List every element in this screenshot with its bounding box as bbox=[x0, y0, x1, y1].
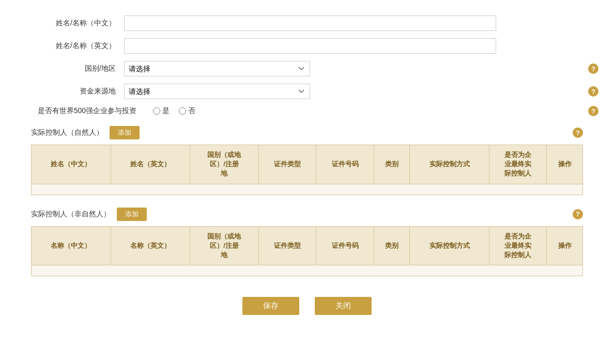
non-natural-person-add-button[interactable]: 添加 bbox=[117, 208, 147, 221]
close-button[interactable]: 关闭 bbox=[315, 297, 372, 315]
np-col-cert-no: 证件号码 bbox=[316, 145, 374, 184]
country-help-icon[interactable]: ? bbox=[588, 64, 598, 74]
nnp-col-name-cn: 名称（中文） bbox=[32, 226, 111, 265]
nnp-col-operation: 操作 bbox=[547, 226, 583, 265]
non-natural-person-table: 名称（中文） 名称（英文） 国别（或地区）/注册地 证件类型 证件号码 类别 实… bbox=[31, 226, 583, 277]
non-natural-person-header: 实际控制人（非自然人） 添加 ? bbox=[31, 208, 583, 221]
fortune500-label: 是否有世界500强企业参与投资 bbox=[31, 106, 145, 116]
country-label: 国别/地区 bbox=[31, 64, 124, 73]
natural-person-empty-row bbox=[32, 184, 583, 195]
natural-person-table: 姓名（中文） 姓名（英文） 国别（或地区）/注册地 证件类型 证件号码 类别 实… bbox=[31, 145, 583, 195]
fund-source-help-icon[interactable]: ? bbox=[588, 86, 598, 97]
fortune500-row: 是否有世界500强企业参与投资 是 否 ? bbox=[31, 106, 583, 116]
non-natural-person-help-icon[interactable]: ? bbox=[573, 209, 583, 219]
natural-person-section: 实际控制人（自然人） 添加 ? 姓名（中文） 姓名（英文） 国别（或地区）/注册… bbox=[31, 126, 583, 195]
name-en-input[interactable] bbox=[124, 38, 496, 54]
nnp-col-country: 国别（或地区）/注册地 bbox=[190, 226, 259, 265]
np-col-cert-type: 证件类型 bbox=[258, 145, 316, 184]
main-form: 姓名/名称（中文） 姓名/名称（英文） 国别/地区 请选择 ? 资金来源地 请选… bbox=[31, 15, 583, 116]
nnp-col-category: 类别 bbox=[374, 226, 410, 265]
name-cn-row: 姓名/名称（中文） bbox=[31, 15, 583, 31]
nnp-col-control-method: 实际控制方式 bbox=[410, 226, 489, 265]
fortune500-radio-group: 是 否 bbox=[153, 106, 195, 116]
save-button[interactable]: 保存 bbox=[242, 297, 299, 315]
fund-source-label: 资金来源地 bbox=[31, 87, 124, 96]
bottom-buttons: 保存 关闭 bbox=[31, 297, 583, 315]
nnp-col-cert-type: 证件类型 bbox=[258, 226, 316, 265]
fortune500-help-icon[interactable]: ? bbox=[588, 106, 598, 116]
fund-source-row: 资金来源地 请选择 ? bbox=[31, 84, 583, 99]
fortune500-yes-radio[interactable] bbox=[153, 107, 160, 115]
name-en-label: 姓名/名称（英文） bbox=[31, 41, 124, 51]
non-natural-person-section: 实际控制人（非自然人） 添加 ? 名称（中文） 名称（英文） 国别（或地区）/注… bbox=[31, 208, 583, 277]
natural-person-add-button[interactable]: 添加 bbox=[110, 126, 140, 139]
np-col-ultimate-controller: 是否为企业最终实际控制人 bbox=[489, 145, 547, 184]
np-col-name-cn: 姓名（中文） bbox=[32, 145, 111, 184]
natural-person-table-header-row: 姓名（中文） 姓名（英文） 国别（或地区）/注册地 证件类型 证件号码 类别 实… bbox=[32, 145, 583, 184]
np-col-control-method: 实际控制方式 bbox=[410, 145, 489, 184]
np-col-country: 国别（或地区）/注册地 bbox=[190, 145, 259, 184]
nnp-col-name-en: 名称（英文） bbox=[111, 226, 190, 265]
name-cn-input[interactable] bbox=[124, 15, 496, 31]
country-row: 国别/地区 请选择 ? bbox=[31, 61, 583, 76]
np-col-operation: 操作 bbox=[547, 145, 583, 184]
natural-person-header: 实际控制人（自然人） 添加 ? bbox=[31, 126, 583, 139]
fortune500-yes-option[interactable]: 是 bbox=[153, 106, 170, 116]
np-col-category: 类别 bbox=[374, 145, 410, 184]
name-en-row: 姓名/名称（英文） bbox=[31, 38, 583, 54]
natural-person-title: 实际控制人（自然人） bbox=[31, 128, 103, 137]
country-select[interactable]: 请选择 bbox=[124, 61, 310, 76]
name-cn-label: 姓名/名称（中文） bbox=[31, 19, 124, 28]
fortune500-no-radio[interactable] bbox=[179, 107, 186, 115]
nnp-col-ultimate-controller: 是否为企业最终实际控制人 bbox=[489, 226, 547, 265]
np-col-name-en: 姓名（英文） bbox=[111, 145, 190, 184]
non-natural-person-table-header-row: 名称（中文） 名称（英文） 国别（或地区）/注册地 证件类型 证件号码 类别 实… bbox=[32, 226, 583, 265]
non-natural-person-empty-row bbox=[32, 265, 583, 276]
fortune500-no-label: 否 bbox=[188, 106, 195, 116]
nnp-col-cert-no: 证件号码 bbox=[316, 226, 374, 265]
fund-source-select[interactable]: 请选择 bbox=[124, 84, 310, 99]
natural-person-help-icon[interactable]: ? bbox=[573, 128, 583, 138]
non-natural-person-title: 实际控制人（非自然人） bbox=[31, 210, 111, 219]
fortune500-no-option[interactable]: 否 bbox=[179, 106, 195, 116]
fortune500-yes-label: 是 bbox=[162, 106, 170, 116]
